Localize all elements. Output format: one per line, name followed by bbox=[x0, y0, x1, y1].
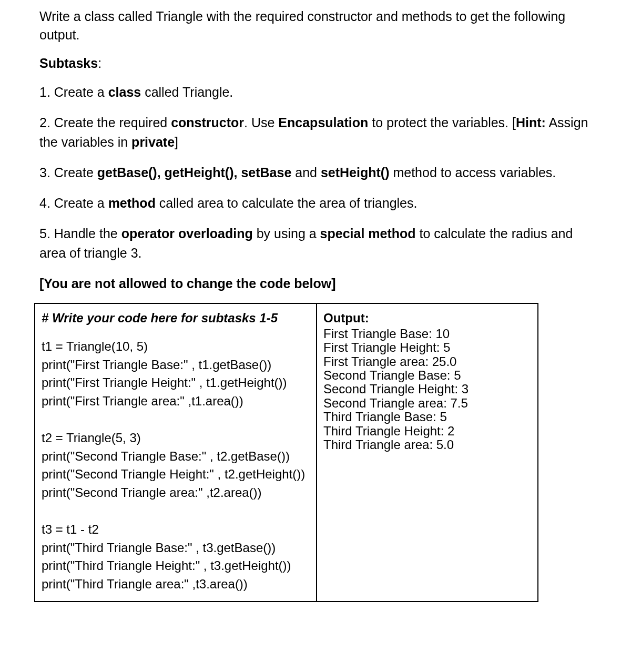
task-5-mid-1: by using a bbox=[253, 226, 320, 241]
code-body: t1 = Triangle(10, 5) print("First Triang… bbox=[42, 338, 310, 594]
task-2: 2. Create the required constructor. Use … bbox=[39, 113, 592, 151]
task-4-prefix: 4. Create a bbox=[39, 196, 108, 210]
task-3-suffix: method to access variables. bbox=[389, 165, 556, 180]
task-2-suffix: ] bbox=[175, 135, 178, 149]
task-5-bold-1: operator overloading bbox=[121, 226, 253, 241]
task-3-bold-2: setHeight() bbox=[321, 165, 390, 180]
task-1-bold-1: class bbox=[108, 85, 141, 99]
code-cell: # Write your code here for subtasks 1-5 … bbox=[35, 303, 317, 602]
output-header: Output: bbox=[323, 311, 369, 325]
page-container: Write a class called Triangle with the r… bbox=[0, 0, 631, 672]
task-5-prefix: 5. Handle the bbox=[39, 226, 121, 241]
task-5-bold-2: special method bbox=[320, 226, 416, 241]
task-2-bold-2: Encapsulation bbox=[278, 115, 368, 130]
subtasks-heading: Subtasks: bbox=[39, 56, 592, 71]
code-output-table: # Write your code here for subtasks 1-5 … bbox=[34, 303, 538, 602]
task-2-mid-2: to protect the variables. [ bbox=[368, 115, 516, 130]
subtasks-colon: : bbox=[98, 56, 101, 70]
task-2-mid-1: . Use bbox=[244, 115, 278, 130]
task-1-suffix: called Triangle. bbox=[141, 85, 233, 99]
task-1: 1. Create a class called Triangle. bbox=[39, 83, 592, 101]
task-3-prefix: 3. Create bbox=[39, 165, 97, 180]
output-cell: Output: First Triangle Base: 10 First Tr… bbox=[317, 303, 538, 602]
code-header: # Write your code here for subtasks 1-5 bbox=[42, 309, 310, 327]
task-4-suffix: called area to calculate the area of tri… bbox=[156, 196, 418, 210]
locked-code-note: [You are not allowed to change the code … bbox=[39, 276, 592, 291]
task-4-bold-1: method bbox=[108, 196, 156, 210]
task-2-bold-3: Hint: bbox=[516, 115, 546, 130]
task-3: 3. Create getBase(), getHeight(), setBas… bbox=[39, 163, 592, 182]
task-2-bold-1: constructor bbox=[171, 115, 244, 130]
task-3-mid-1: and bbox=[291, 165, 321, 180]
output-body: First Triangle Base: 10 First Triangle H… bbox=[323, 327, 531, 452]
task-1-prefix: 1. Create a bbox=[39, 85, 108, 99]
intro-paragraph: Write a class called Triangle with the r… bbox=[39, 7, 592, 44]
task-2-prefix: 2. Create the required bbox=[39, 115, 171, 130]
task-2-bold-4: private bbox=[131, 135, 175, 149]
task-4: 4. Create a method called area to calcul… bbox=[39, 194, 592, 212]
task-5: 5. Handle the operator overloading by us… bbox=[39, 224, 592, 262]
task-3-bold-1: getBase(), getHeight(), setBase bbox=[97, 165, 292, 180]
subtasks-label: Subtasks bbox=[39, 56, 98, 70]
